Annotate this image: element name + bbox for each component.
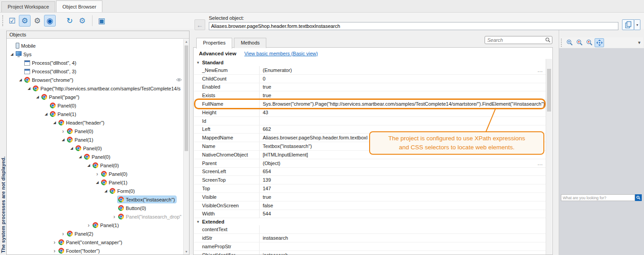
tree-item[interactable]: ◢Panel(1)	[7, 178, 183, 187]
tree-item[interactable]: ◢Panel(0)	[7, 152, 183, 161]
tree-item[interactable]: Mobile	[7, 41, 183, 50]
collapse-arrow-icon[interactable]: ◢	[102, 189, 109, 193]
tree-node[interactable]: Panel("page")	[41, 94, 81, 100]
zoom-in-icon[interactable]	[565, 38, 574, 47]
tree-node[interactable]: Panel(2)	[66, 230, 95, 237]
toolbar-drag-handle-icon[interactable]	[2, 15, 4, 26]
selected-object-input[interactable]	[209, 22, 618, 30]
expand-arrow-icon[interactable]: ›	[51, 249, 58, 253]
tree-item[interactable]: ›Footer("footer")	[7, 246, 183, 255]
property-row[interactable]: Existstrue	[194, 91, 546, 100]
tree-item[interactable]: ◢Panel(1)	[7, 110, 183, 118]
tree-node[interactable]: Panel(0)	[92, 162, 120, 169]
tab-methods[interactable]: Methods	[234, 38, 266, 48]
tree-item[interactable]: Panel(0)	[7, 101, 183, 110]
property-row[interactable]: Width544	[194, 210, 546, 219]
tree-node[interactable]: Panel(0)	[84, 153, 112, 160]
tree-item[interactable]: ◢Header("header")	[7, 118, 183, 127]
property-row[interactable]: Height43	[194, 108, 546, 117]
tree-node[interactable]: Button(0)	[118, 205, 147, 211]
tree-node[interactable]: Process("dllhost", 3)	[24, 68, 78, 75]
tree-scrollbar-thumb[interactable]	[185, 45, 188, 151]
tree-item[interactable]: Process("dllhost", 4)	[7, 58, 183, 67]
zoom-selection-icon[interactable]	[585, 38, 594, 47]
property-row[interactable]: namePropStr	[194, 242, 546, 251]
property-grid-scrollbar-thumb[interactable]	[547, 69, 551, 112]
tree-item[interactable]: Textbox("instasearch")	[7, 195, 183, 204]
refresh-icon[interactable]: ↻	[64, 15, 75, 27]
tab-properties[interactable]: Properties	[196, 38, 232, 49]
collapse-arrow-icon[interactable]: ◢	[85, 163, 92, 167]
collapse-arrow-icon[interactable]: ◢	[17, 78, 24, 82]
property-row[interactable]: ScreenLeft654	[194, 168, 546, 176]
copy-dropdown-icon[interactable]: ▾	[634, 19, 640, 30]
tree-node[interactable]: Panel(1)	[49, 111, 78, 117]
settings-gear-icon[interactable]: ⚙	[31, 15, 43, 27]
property-row[interactable]: Top147	[194, 184, 546, 193]
tree-item[interactable]: ◢Page("http://services.smartbear.com/sam…	[7, 84, 183, 93]
document-tab[interactable]: Project Workspace	[1, 1, 55, 12]
property-row[interactable]: idStrinstasearch	[194, 234, 546, 242]
tree-node[interactable]: Page("http://services.smartbear.com/samp…	[32, 85, 182, 92]
auto-gear-icon[interactable]: ⚙	[76, 15, 88, 27]
property-row[interactable]: contentText	[194, 225, 546, 234]
ellipsis-button[interactable]: ...	[535, 67, 546, 73]
document-tab[interactable]: Object Browser	[56, 0, 102, 12]
tree-item[interactable]: Button(0)	[7, 204, 183, 212]
property-row[interactable]: ChildCount0	[194, 75, 546, 83]
zoom-out-icon[interactable]	[575, 38, 584, 47]
tree-node[interactable]: Header("header")	[58, 119, 106, 126]
tree-item[interactable]: ◢Form(0)	[7, 187, 183, 195]
show-panels-icon[interactable]: ▣	[96, 15, 107, 27]
visualizer-drag-handle-icon[interactable]	[561, 39, 563, 47]
collapse-arrow-icon[interactable]: ◢	[68, 146, 75, 150]
tree-node[interactable]: Panel(0)	[66, 128, 95, 134]
tree-node[interactable]: Panel("content_wrapper")	[58, 239, 124, 246]
member-search-input[interactable]	[487, 37, 545, 43]
tree-node[interactable]: Process("dllhost", 4)	[24, 60, 78, 66]
expand-arrow-icon[interactable]: ›	[51, 240, 58, 245]
collapse-arrow-icon[interactable]: ◢	[43, 112, 49, 116]
section-header[interactable]: ▼Standard	[194, 59, 546, 66]
section-header[interactable]: ▼Extended	[194, 218, 546, 225]
expand-arrow-icon[interactable]: ›	[111, 215, 118, 219]
copy-icon[interactable]	[622, 19, 634, 30]
basic-view-link[interactable]: View basic members (Basic view)	[244, 51, 318, 56]
collapse-arrow-icon[interactable]: ◢	[9, 52, 15, 56]
tree-item[interactable]: ◢Sys	[7, 50, 183, 58]
tree-item[interactable]: ◢Panel("page")	[7, 93, 183, 101]
tree-item[interactable]: ◢Browser("chrome")	[7, 76, 183, 84]
tree-node[interactable]: Panel(1)	[101, 179, 129, 186]
tree-item[interactable]: ›Panel(0)	[7, 127, 183, 135]
tree-item[interactable]: ◢Panel(1)	[7, 135, 183, 144]
tree-item[interactable]: ›Panel("content_wrapper")	[7, 238, 183, 246]
expand-arrow-icon[interactable]: ›	[60, 129, 66, 134]
scroll-down-icon[interactable]: ▼	[184, 249, 189, 255]
tree-node[interactable]: Form(0)	[109, 188, 136, 194]
tree-node[interactable]: Mobile	[15, 42, 37, 49]
collapse-arrow-icon[interactable]: ◢	[26, 86, 32, 90]
property-row[interactable]: FullNameSys.Browser("chrome").Page("http…	[194, 100, 546, 108]
property-row[interactable]: _NewEnum(Enumerator)...	[194, 66, 546, 75]
expand-arrow-icon[interactable]: ›	[85, 223, 92, 228]
tree-item[interactable]: ›Panel(1)	[7, 221, 183, 229]
tree-node[interactable]: Panel("instasearch_drop"	[118, 213, 183, 220]
expand-arrow-icon[interactable]: ›	[60, 232, 66, 236]
property-row[interactable]: VisibleOnScreenfalse	[194, 201, 546, 210]
collapse-arrow-icon[interactable]: ◢	[94, 180, 101, 184]
collapse-arrow-icon[interactable]: ◢	[60, 138, 66, 142]
tree-node[interactable]: Footer("footer")	[58, 247, 101, 254]
tree-item[interactable]: ◢Panel(0)	[7, 161, 183, 170]
tree-item[interactable]: Process("dllhost", 3)	[7, 67, 183, 76]
checked-form-icon[interactable]: ☑	[6, 15, 18, 27]
object-preview-canvas[interactable]	[559, 48, 644, 255]
property-row[interactable]: Id	[194, 117, 546, 125]
tree-node[interactable]: Panel(0)	[75, 145, 103, 152]
tree-node[interactable]: Browser("chrome")	[24, 76, 75, 83]
property-row[interactable]: Parent(Object)...	[194, 159, 546, 168]
tree-item[interactable]: ›Panel("instasearch_drop"	[7, 212, 183, 221]
collapse-arrow-icon[interactable]: ◢	[51, 121, 58, 125]
tree-item[interactable]: ›Panel(0)	[7, 170, 183, 178]
ellipsis-button[interactable]: ...	[535, 161, 546, 166]
tree-node[interactable]: Panel(1)	[92, 222, 120, 228]
